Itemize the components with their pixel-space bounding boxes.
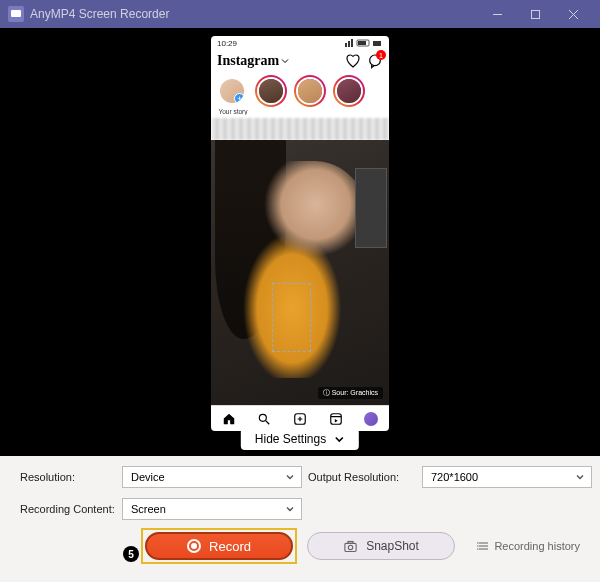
svg-rect-1 (11, 10, 21, 17)
svg-rect-20 (345, 543, 356, 551)
chevron-down-icon (285, 504, 295, 514)
feed-header-blur (211, 118, 389, 140)
record-label: Record (209, 539, 251, 554)
selection-box (272, 283, 311, 352)
chevron-down-icon (281, 57, 289, 65)
action-row: 5 Record SnapShot Recording history (20, 532, 580, 560)
svg-rect-11 (373, 41, 381, 46)
svg-point-27 (477, 545, 479, 547)
recording-content-label: Recording Content: (20, 503, 116, 515)
messenger-icon: 1 (367, 53, 383, 69)
titlebar: AnyMP4 Screen Recorder (0, 0, 600, 28)
svg-point-26 (477, 542, 479, 544)
chevron-down-icon (334, 434, 345, 445)
instagram-header: Instagram 1 (211, 50, 389, 72)
svg-point-28 (477, 548, 479, 550)
resolution-value: Device (131, 471, 165, 483)
svg-rect-10 (358, 41, 366, 45)
minimize-button[interactable] (478, 0, 516, 28)
recording-content-value: Screen (131, 503, 166, 515)
profile-avatar (353, 406, 389, 431)
record-button[interactable]: Record (145, 532, 293, 560)
preview-area: 10:29 Instagram 1 +Your story ⓘ Sour: Gr (0, 28, 600, 456)
svg-rect-18 (330, 413, 341, 424)
app-icon (8, 6, 24, 22)
svg-line-14 (266, 420, 270, 424)
output-resolution-select[interactable]: 720*1600 (422, 466, 592, 488)
instagram-logo: Instagram (217, 53, 279, 69)
image-credit: ⓘ Sour: Grachics (318, 387, 383, 399)
home-icon (211, 406, 247, 431)
story-item (333, 75, 367, 115)
resolution-select[interactable]: Device (122, 466, 302, 488)
svg-rect-22 (348, 541, 353, 543)
output-resolution-label: Output Resolution: (308, 471, 416, 483)
phone-preview: 10:29 Instagram 1 +Your story ⓘ Sour: Gr (211, 36, 389, 431)
snapshot-button[interactable]: SnapShot (307, 532, 455, 560)
output-resolution-value: 720*1600 (431, 471, 478, 483)
settings-panel: Resolution: Device Output Resolution: 72… (0, 456, 600, 582)
phone-statusbar: 10:29 (211, 36, 389, 50)
svg-rect-3 (531, 10, 539, 18)
list-icon (477, 540, 489, 552)
svg-rect-6 (345, 43, 347, 47)
snapshot-label: SnapShot (366, 539, 419, 553)
chevron-down-icon (285, 472, 295, 482)
recording-content-select[interactable]: Screen (122, 498, 302, 520)
camera-icon (343, 539, 358, 554)
close-button[interactable] (554, 0, 592, 28)
feed-image: ⓘ Sour: Grachics (211, 140, 389, 405)
svg-rect-8 (351, 39, 353, 47)
phone-time: 10:29 (217, 39, 237, 48)
record-icon (187, 539, 201, 553)
story-item: +Your story (216, 75, 250, 115)
phone-status-icons (345, 39, 383, 47)
heart-icon (345, 53, 361, 69)
history-label: Recording history (494, 540, 580, 552)
maximize-button[interactable] (516, 0, 554, 28)
resolution-label: Resolution: (20, 471, 116, 483)
chevron-down-icon (575, 472, 585, 482)
story-label: Your story (216, 108, 250, 115)
add-story-icon: + (234, 93, 245, 104)
hide-settings-button[interactable]: Hide Settings (241, 428, 359, 450)
recording-history-link[interactable]: Recording history (477, 540, 580, 552)
story-item (294, 75, 328, 115)
story-item (255, 75, 289, 115)
app-title: AnyMP4 Screen Recorder (30, 7, 169, 21)
svg-point-21 (348, 545, 352, 549)
svg-rect-7 (348, 41, 350, 47)
editor-panel-overlay (355, 168, 387, 248)
stories-row: +Your story (211, 72, 389, 118)
step-number-badge: 5 (123, 546, 139, 562)
notification-badge: 1 (376, 50, 386, 60)
hide-settings-label: Hide Settings (255, 432, 326, 446)
svg-point-13 (260, 414, 267, 421)
